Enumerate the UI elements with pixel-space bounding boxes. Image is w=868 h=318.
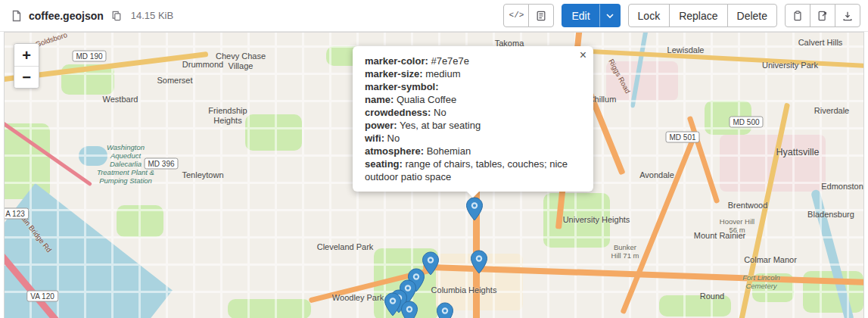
view-toggle-group: </>: [503, 4, 554, 27]
popup-field-value: #7e7e7e: [428, 55, 469, 67]
zoom-out-button[interactable]: −: [14, 66, 39, 88]
popup-field: seating: range of chairs, tables, couche…: [365, 157, 581, 183]
map-marker[interactable]: [400, 301, 418, 318]
popup-field-value: medium: [423, 68, 461, 80]
lock-button[interactable]: Lock: [628, 4, 670, 27]
zoom-control: + −: [14, 43, 39, 89]
popup-field-value: Yes, at bar seating: [397, 120, 481, 131]
popup-field: power: Yes, at bar seating: [365, 119, 581, 132]
copy-contents-button[interactable]: [785, 4, 810, 27]
map-marker[interactable]: [436, 302, 454, 318]
popup-field-key: marker-size:: [365, 68, 423, 80]
map-canvas[interactable]: GoldsboroDrummondChevy Chase VillageSome…: [4, 32, 864, 318]
replace-button[interactable]: Replace: [669, 4, 727, 27]
document-icon: [536, 11, 546, 21]
file-icon: [11, 10, 23, 22]
popup-close-button[interactable]: ×: [580, 49, 586, 61]
file-header-bar: coffee.geojson 14.15 KiB </> Edit: [0, 0, 868, 32]
popup-field: name: Qualia Coffee: [365, 93, 581, 106]
popup-field: crowdedness: No: [365, 106, 581, 119]
popup-field: marker-color: #7e7e7e: [365, 55, 581, 67]
display-rendered-button[interactable]: [528, 4, 554, 27]
map-marker[interactable]: [465, 197, 484, 221]
popup-tail: [467, 192, 479, 198]
popup-field-value: Bohemian: [424, 145, 471, 157]
map-marker[interactable]: [384, 292, 402, 316]
download-icon: [842, 11, 853, 21]
header-actions: </> Edit Lock Replace Delete: [503, 4, 860, 27]
clipboard-icon: [792, 11, 803, 21]
edit-button[interactable]: Edit: [562, 4, 599, 27]
open-raw-button[interactable]: [810, 4, 835, 27]
popup-field-key: marker-color:: [365, 55, 428, 67]
feature-popup: × marker-color: #7e7e7emarker-size: medi…: [353, 46, 593, 192]
popup-field: wifi: No: [365, 132, 581, 145]
code-icon: </>: [509, 11, 524, 20]
popup-field: marker-symbol:: [365, 80, 581, 93]
copy-file-path-button[interactable]: [110, 9, 123, 23]
display-source-button[interactable]: </>: [503, 4, 529, 27]
popup-field-key: wifi:: [365, 132, 384, 144]
file-name: coffee.geojson: [29, 10, 104, 22]
popup-field-value: No: [431, 107, 446, 118]
popup-field-value: No: [384, 132, 400, 144]
file-arrow-icon: [817, 11, 828, 21]
popup-field-key: marker-symbol:: [365, 81, 439, 92]
popup-field: marker-size: medium: [365, 67, 581, 80]
popup-field-key: atmosphere:: [365, 145, 424, 157]
popup-field-key: seating:: [365, 158, 403, 170]
popup-field-key: power:: [365, 120, 397, 131]
file-utility-group: [785, 4, 860, 27]
popup-field-value: Qualia Coffee: [394, 94, 456, 105]
popup-field: atmosphere: Bohemian: [365, 145, 581, 157]
zoom-in-button[interactable]: +: [14, 44, 39, 66]
file-action-group: Lock Replace Delete: [628, 4, 777, 27]
copy-icon: [111, 11, 122, 21]
popup-field-key: crowdedness:: [365, 107, 431, 118]
download-button[interactable]: [835, 4, 860, 27]
popup-fields: marker-color: #7e7e7emarker-size: medium…: [365, 55, 581, 183]
popup-field-key: name:: [365, 94, 394, 105]
map-marker[interactable]: [470, 250, 488, 274]
file-size: 14.15 KiB: [131, 10, 173, 21]
edit-split-button: Edit: [562, 4, 620, 27]
edit-dropdown-toggle[interactable]: [599, 4, 621, 27]
chevron-down-icon: [606, 14, 614, 18]
delete-button[interactable]: Delete: [727, 4, 777, 27]
